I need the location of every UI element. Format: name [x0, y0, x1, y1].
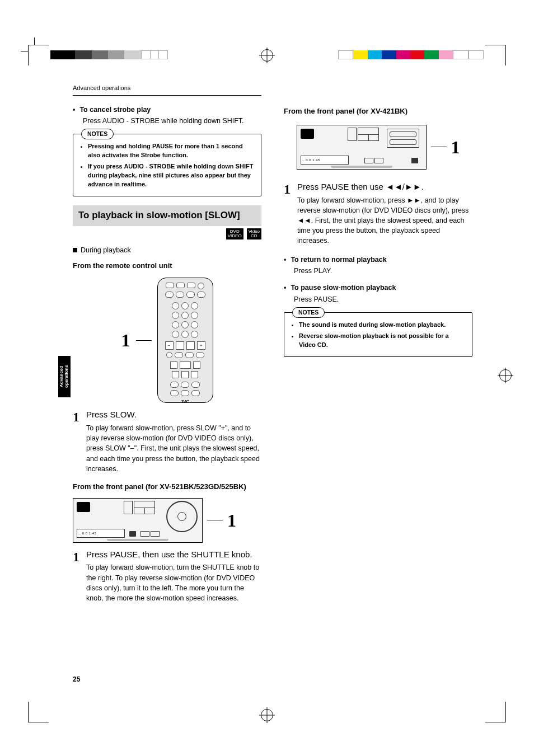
pause-slow-title: To pause slow-motion playback	[291, 283, 396, 293]
registration-mark-icon	[261, 709, 273, 724]
from-remote-heading: From the remote control unit	[73, 261, 261, 271]
step-title-shuttle: Press PAUSE, then use the SHUTTLE knob.	[86, 548, 261, 561]
during-playback-label: During playback	[81, 246, 131, 254]
cancel-strobe-title: To cancel strobe play	[79, 105, 151, 115]
return-normal-body: Press PLAY.	[294, 266, 472, 276]
notes-label: NOTES	[81, 129, 114, 139]
notes-item: The sound is muted during slow-motion pl…	[299, 321, 466, 330]
front-panel-421-illustration: ⎵ 0:0 1:45	[297, 125, 427, 170]
step-title-press-slow: Press SLOW.	[86, 408, 261, 421]
step-body: To play forward slow-motion, press SLOW …	[86, 423, 261, 474]
cancel-strobe-body: Press AUDIO - STROBE while holding down …	[83, 116, 261, 126]
dvd-video-badge-icon: DVDVIDEO	[226, 228, 243, 240]
notes-box-slow: NOTES The sound is muted during slow-mot…	[284, 312, 472, 357]
step-number: 1	[284, 180, 291, 199]
side-tab-advanced-operations: Advanced operations	[58, 356, 71, 397]
running-header: Advanced operations	[73, 84, 261, 96]
panel-callout-number: 1	[451, 138, 460, 156]
video-cd-badge-icon: VideoCD	[247, 228, 261, 240]
step-body: To play forward slow-motion, press ►►, a…	[297, 195, 472, 246]
remote-control-illustration: −+ JVC	[157, 278, 213, 403]
registration-mark-icon	[261, 49, 273, 64]
notes-label: NOTES	[292, 307, 325, 318]
bullet-icon	[73, 105, 75, 115]
notes-item: Pressing and holding PAUSE for more than…	[88, 142, 255, 160]
from-panel-521-heading: From the front panel (for XV-521BK/523GD…	[73, 482, 261, 492]
return-normal-title: To return to normal playback	[291, 255, 386, 265]
bullet-icon	[284, 255, 286, 265]
right-column: From the front panel (for XV-421BK) ⎵ 0:…	[284, 84, 472, 694]
crop-mark-icon	[28, 45, 49, 65]
callout-leader-icon	[207, 520, 223, 520]
from-panel-421-heading: From the front panel (for XV-421BK)	[284, 106, 472, 117]
registration-mark-icon	[499, 369, 512, 384]
notes-item: If you press AUDIO - STROBE while holdin…	[88, 162, 255, 189]
notes-box-strobe: NOTES Pressing and holding PAUSE for mor…	[73, 134, 261, 196]
section-heading-slow: To playback in slow-motion [SLOW]	[73, 205, 261, 226]
step-body: To play forward slow-motion, turn the SH…	[86, 562, 261, 603]
notes-item: Reverse slow-motion playback is not poss…	[299, 332, 466, 350]
grayscale-color-bar	[50, 50, 168, 59]
crop-mark-icon	[485, 45, 506, 65]
bullet-icon	[284, 283, 286, 293]
fast-forward-icon: ►►	[407, 196, 421, 204]
left-column: Advanced operations To cancel strobe pla…	[73, 84, 261, 694]
step-number: 1	[73, 407, 79, 427]
remote-logo: JVC	[181, 398, 190, 405]
crop-mark-icon	[485, 702, 506, 722]
step-title-pause-arrows: Press PAUSE then use ◄◄/►►.	[297, 181, 472, 193]
square-bullet-icon	[73, 246, 81, 254]
front-panel-521-illustration: ⎵ 0:0 1:45	[73, 498, 203, 543]
rewind-icon: ◄◄	[297, 217, 311, 224]
step-number: 1	[73, 547, 79, 567]
cmyk-color-bar	[338, 50, 484, 59]
panel-callout-number: 1	[227, 511, 236, 529]
remote-callout-number: 1	[121, 331, 130, 349]
pause-slow-body: Press PAUSE.	[294, 294, 472, 304]
callout-leader-icon	[431, 147, 447, 147]
rewind-forward-icon: ◄◄/►►	[386, 182, 421, 191]
callout-leader-icon	[136, 340, 152, 341]
crop-mark-icon	[28, 702, 49, 722]
